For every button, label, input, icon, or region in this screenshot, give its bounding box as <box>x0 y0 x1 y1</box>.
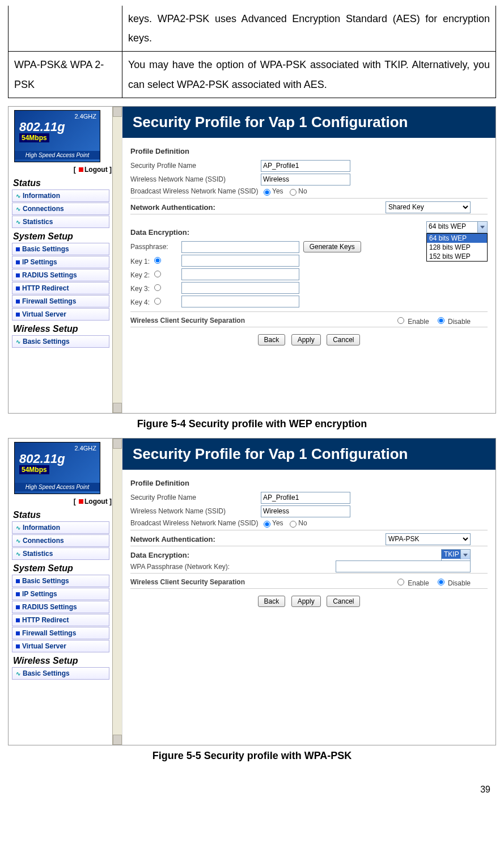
input-key2[interactable] <box>181 268 299 280</box>
radio-bssid-yes-2[interactable] <box>264 521 270 528</box>
radio-key2[interactable] <box>154 271 161 277</box>
logo: 2.4GHZ 802.11g 54Mbps High Speed Access … <box>14 110 100 162</box>
section-net-auth: Network Authentication: <box>130 203 215 212</box>
input-key1[interactable] <box>181 255 299 267</box>
section-data-enc: Data Encryption: <box>130 228 426 237</box>
nav-virtual-server-2[interactable]: Virtual Server <box>12 640 109 652</box>
label-key4: Key 4: <box>130 298 150 306</box>
logout-icon-2 <box>79 499 83 504</box>
nav-information-2[interactable]: ∿Information <box>12 521 109 534</box>
content-pane: Security Profile for Vap 1 Configuration… <box>122 107 495 413</box>
scroll-up-icon[interactable] <box>113 107 122 117</box>
input-ssid[interactable] <box>261 174 350 186</box>
nav-basic-settings[interactable]: Basic Settings <box>12 243 109 255</box>
nav-virtual-server[interactable]: Virtual Server <box>12 308 109 321</box>
option-64bit[interactable]: 64 bits WEP <box>427 234 487 243</box>
logo-subtitle-2: High Speed Access Point <box>15 483 100 491</box>
radio-bssid-no[interactable] <box>290 189 297 196</box>
nav-wl-basic-settings[interactable]: ∿Basic Settings <box>12 335 109 348</box>
section-profile-def-2: Profile Definition <box>130 479 495 487</box>
radio-key1[interactable] <box>154 257 161 264</box>
radio-wcss-enable[interactable] <box>397 317 404 324</box>
nav-head-system-2: System Setup <box>13 563 122 574</box>
chevron-down-icon-2 <box>460 550 470 559</box>
scroll-down-icon-2[interactable] <box>113 735 122 745</box>
logout-link-2[interactable]: [ Logout ] <box>9 498 112 505</box>
nav-ip-settings-2[interactable]: IP Settings <box>12 588 109 600</box>
label-key1: Key 1: <box>130 258 150 265</box>
input-spn-2[interactable] <box>261 492 350 504</box>
input-spn[interactable] <box>261 160 350 172</box>
sidebar-2: 2.4GHZ 802.11g 54Mbps High Speed Access … <box>9 439 122 745</box>
input-passphrase[interactable] <box>181 241 299 253</box>
label-yes-2: Yes <box>272 519 283 527</box>
nav-connections[interactable]: ∿Connections <box>12 203 109 215</box>
button-back[interactable]: Back <box>258 334 286 345</box>
label-key3: Key 3: <box>130 285 150 293</box>
select-data-enc-2[interactable]: TKIP <box>441 549 471 561</box>
nav-ip-settings[interactable]: IP Settings <box>12 256 109 268</box>
nav-connections-2[interactable]: ∿Connections <box>12 534 109 547</box>
button-apply-2[interactable]: Apply <box>291 596 321 607</box>
label-bssid: Broadcast Wireless Network Name (SSID) <box>130 187 261 195</box>
nav-wl-basic-settings-2[interactable]: ∿Basic Settings <box>12 667 109 680</box>
label-passphrase: Passphrase: <box>130 243 181 251</box>
nav-radius-settings-2[interactable]: RADIUS Settings <box>12 601 109 613</box>
chevron-down-icon <box>477 222 487 233</box>
scroll-down-icon[interactable] <box>113 403 122 413</box>
definition-table: keys. WPA2-PSK uses Advanced Encryption … <box>8 6 496 98</box>
option-152bit[interactable]: 152 bits WEP <box>427 252 487 261</box>
nav-statistics-2[interactable]: ∿Statistics <box>12 547 109 560</box>
nav-radius-settings[interactable]: RADIUS Settings <box>12 269 109 281</box>
nav-statistics[interactable]: ∿Statistics <box>12 216 109 228</box>
section-net-auth-2: Network Authentication: <box>130 535 215 543</box>
logo-subtitle: High Speed Access Point <box>15 151 100 159</box>
scrollbar-2[interactable] <box>112 439 122 745</box>
input-key3[interactable] <box>181 282 299 294</box>
logo-ghz-2: 2.4GHZ <box>74 445 96 452</box>
radio-wcss-disable[interactable] <box>438 317 444 324</box>
nav-http-redirect-2[interactable]: HTTP Redirect <box>12 614 109 626</box>
nav-basic-settings-2[interactable]: Basic Settings <box>12 575 109 587</box>
logo-54mbps: 54Mbps <box>19 133 49 142</box>
nav-http-redirect[interactable]: HTTP Redirect <box>12 282 109 294</box>
sidebar: 2.4GHZ 802.11g 54Mbps High Speed Access … <box>9 107 122 413</box>
input-wpa-passphrase[interactable] <box>336 560 471 572</box>
input-ssid-2[interactable] <box>261 505 350 517</box>
select-net-auth-2[interactable]: WPA-PSK <box>386 533 471 545</box>
radio-wcss-disable-2[interactable] <box>438 579 444 585</box>
radio-wcss-enable-2[interactable] <box>397 579 404 585</box>
button-generate-keys[interactable]: Generate Keys <box>303 241 361 252</box>
button-apply[interactable]: Apply <box>291 334 321 345</box>
button-back-2[interactable]: Back <box>258 596 286 607</box>
label-wpa-passphrase: WPA Passphrase (Network Key): <box>130 563 230 571</box>
select-net-auth[interactable]: Shared Key <box>386 201 471 213</box>
button-cancel[interactable]: Cancel <box>327 334 360 345</box>
label-enable: Enable <box>408 318 429 326</box>
logout-icon <box>79 167 83 172</box>
nav-head-wireless-2: Wireless Setup <box>13 656 122 666</box>
scroll-up-icon-2[interactable] <box>113 439 122 449</box>
scrollbar[interactable] <box>112 107 122 413</box>
radio-key4[interactable] <box>154 298 161 305</box>
table-row2-right: You may have the option of WPA-PSK assoc… <box>122 52 496 98</box>
nav-head-system: System Setup <box>13 231 122 242</box>
nav-firewall-settings-2[interactable]: Firewall Settings <box>12 627 109 639</box>
select-data-enc-list[interactable]: 64 bits WEP 128 bits WEP 152 bits WEP <box>426 233 488 262</box>
input-key4[interactable] <box>181 296 299 307</box>
nav-information[interactable]: ∿Information <box>12 189 109 202</box>
nav-head-wireless: Wireless Setup <box>13 324 122 334</box>
section-data-enc-2: Data Encryption: <box>130 551 189 559</box>
table-row1-right: keys. WPA2-PSK uses Advanced Encryption … <box>122 6 496 52</box>
radio-bssid-yes[interactable] <box>264 189 270 196</box>
select-data-enc[interactable]: 64 bits WEP 64 bits WEP 128 bits WEP 152… <box>426 221 488 262</box>
label-no-2: No <box>298 519 307 527</box>
option-128bit[interactable]: 128 bits WEP <box>427 243 487 252</box>
logout-link[interactable]: [ Logout ] <box>9 166 112 174</box>
radio-key3[interactable] <box>154 284 161 291</box>
label-wcss-2: Wireless Client Security Separation <box>130 578 245 586</box>
radio-bssid-no-2[interactable] <box>290 521 297 528</box>
nav-firewall-settings[interactable]: Firewall Settings <box>12 295 109 307</box>
label-ssid: Wireless Network Name (SSID) <box>130 175 261 183</box>
button-cancel-2[interactable]: Cancel <box>327 596 360 607</box>
